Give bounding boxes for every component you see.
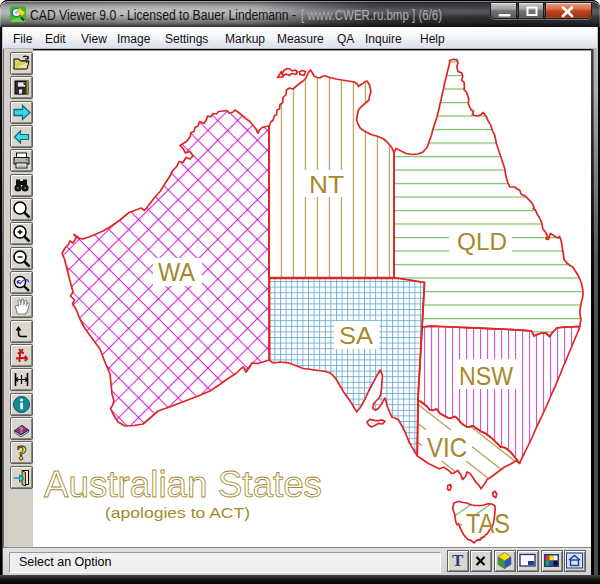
svg-text:SA: SA: [339, 322, 373, 349]
svg-text:Australian States: Australian States: [44, 464, 322, 505]
svg-text:NSW: NSW: [459, 361, 513, 391]
svg-text:T: T: [452, 551, 464, 570]
svg-text:[ www.CWER.ru.bmp ] (6/6): [ www.CWER.ru.bmp ] (6/6): [301, 7, 442, 23]
svg-text:QLD: QLD: [457, 228, 507, 255]
svg-text:(apologies to ACT): (apologies to ACT): [105, 504, 250, 521]
svg-text:VIC: VIC: [427, 432, 467, 463]
svg-text:?: ?: [17, 442, 28, 463]
svg-text:NT: NT: [309, 171, 344, 198]
svg-text:TAS: TAS: [466, 509, 510, 539]
svg-text:CAD Viewer 9.0 - Licensed to B: CAD Viewer 9.0 - Licensed to Bauer Linde…: [30, 7, 296, 23]
svg-text:WA: WA: [158, 258, 195, 286]
